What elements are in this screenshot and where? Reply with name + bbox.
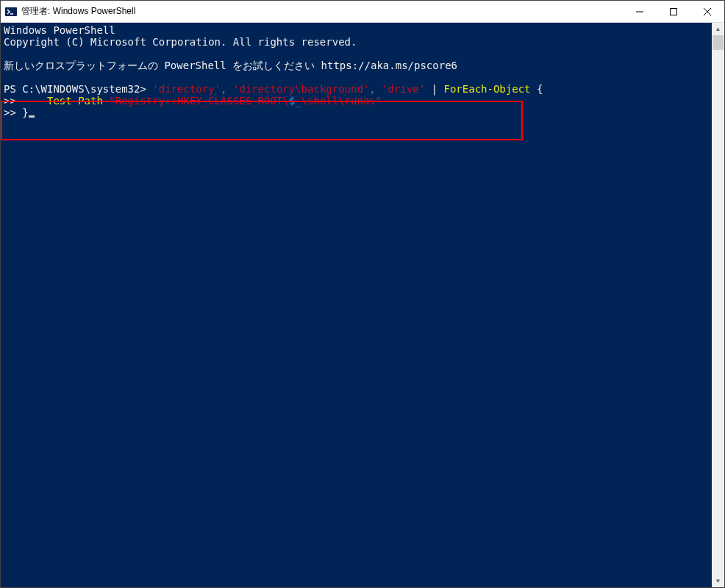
cmdlet: Test-Path: [47, 95, 109, 107]
string-literal: 'directory': [152, 83, 221, 95]
powershell-window: 管理者: Windows PowerShell Windows PowerShe…: [0, 0, 725, 588]
string-literal: 'drive': [382, 83, 425, 95]
scrollbar-down-arrow[interactable]: ▼: [712, 575, 724, 587]
terminal-line: Windows PowerShell: [4, 24, 115, 36]
vertical-scrollbar[interactable]: ▲ ▼: [712, 23, 724, 587]
string-literal: \shell\runas": [301, 95, 382, 107]
continuation-prompt: >>: [4, 95, 47, 107]
terminal-line: 新しいクロスプラットフォームの PowerShell をお試しください http…: [4, 60, 457, 71]
continuation-prompt: >>: [4, 107, 22, 118]
titlebar[interactable]: 管理者: Windows PowerShell: [1, 1, 724, 23]
powershell-icon: [5, 6, 17, 18]
minimize-button[interactable]: [623, 1, 657, 22]
cmdlet: ForEach-Object: [443, 83, 536, 95]
close-button[interactable]: [690, 1, 724, 22]
prompt: PS C:\WINDOWS\system32>: [4, 83, 152, 95]
window-controls: [623, 1, 724, 22]
operator: ,: [369, 83, 382, 95]
variable: $_: [289, 95, 301, 107]
terminal-line: Copyright (C) Microsoft Corporation. All…: [4, 36, 357, 48]
terminal-container: Windows PowerShell Copyright (C) Microso…: [1, 23, 724, 587]
operator: |: [425, 83, 443, 95]
brace: {: [537, 83, 543, 95]
scrollbar-up-arrow[interactable]: ▲: [712, 23, 724, 35]
brace: }: [22, 107, 28, 118]
cursor: [29, 115, 35, 118]
svg-rect-3: [671, 8, 677, 15]
highlight-box: [1, 101, 523, 140]
window-title: 管理者: Windows PowerShell: [21, 5, 623, 18]
operator: ,: [221, 83, 233, 95]
terminal[interactable]: Windows PowerShell Copyright (C) Microso…: [1, 23, 712, 587]
string-literal: "Registry::HKEY_CLASSES_ROOT\: [109, 95, 288, 107]
string-literal: 'directory\background': [233, 83, 369, 95]
maximize-button[interactable]: [657, 1, 690, 22]
svg-rect-0: [5, 7, 17, 16]
scrollbar-thumb[interactable]: [712, 35, 724, 50]
